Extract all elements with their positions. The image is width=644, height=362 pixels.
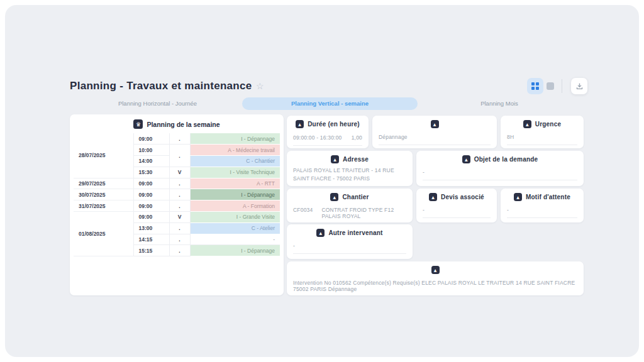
favorite-star-icon[interactable]: ☆ [256,81,264,91]
card-urgence: ▲ Urgence 8H [501,116,584,148]
urgence-field: 8H [507,134,577,145]
duree-value: 1,00 [352,134,362,141]
event-cell[interactable]: I - Dépannage [190,133,280,145]
event-cell[interactable]: A - RTT [190,178,280,189]
time-cell: 09:00 [133,200,169,212]
adresse-value: PALAIS ROYAL LE TRAITEUR - 14 RUE SAINT … [293,167,406,183]
duree-range: 09:00:00 - 16:30:00 [293,134,342,141]
marker-cell: . [169,189,190,200]
time-cell: 15:30 [133,167,169,178]
crown-icon: ♛ [133,119,143,129]
time-cell: 09:00 [133,212,169,223]
marker-cell: . [169,200,190,212]
compact-view-button[interactable] [547,82,554,90]
time-cell: 14:15 [133,234,169,245]
date-cell: 31/07/2025 [74,200,133,212]
autre-value: - [293,243,295,249]
date-cell: 29/07/2025 [74,178,133,189]
adresse-icon: ▲ [331,155,339,163]
time-cell: 09:00 [133,133,169,145]
devis-icon: ▲ [429,193,437,201]
autre-intervenant-icon: ▲ [316,229,325,237]
date-cell: 28/07/2025 [74,133,133,178]
devis-value: - [423,207,425,213]
event-cell[interactable]: I - Grande Visite [190,212,280,223]
objet-field: - [423,169,577,180]
marker-cell: V [169,167,190,178]
event-cell[interactable]: - [190,234,280,245]
download-icon [575,82,584,90]
grid-view-button[interactable] [527,78,543,94]
download-button[interactable] [571,78,587,94]
time-cell: 14:00 [133,156,169,167]
card-type: ▲ Dépannage [372,116,497,148]
tab-planning-vertical[interactable]: Planning Vertical - semaine [242,97,418,110]
tab-planning-mois[interactable]: Planning Mois [462,97,537,110]
card-urgence-title: Urgence [535,121,561,128]
chantier-code: CF0034 [293,207,313,219]
app-canvas: Planning - Travaux et maintenance ☆ Plan… [5,5,639,357]
motif-icon: ▲ [514,193,522,201]
card-devis-title: Devis associé [441,194,484,200]
time-cell: 09:00 [133,178,169,189]
type-field: Dépannage [379,134,491,145]
intervention-field: Intervention No 010562 Compétence(s) Req… [293,280,577,297]
event-cell[interactable]: I - Visite Technique [190,167,280,178]
time-cell: 10:00 [133,145,169,156]
marker-cell: . [169,222,190,234]
week-table-body: 28/07/202509:00.I - Dépannage10:00.A - M… [74,133,280,256]
tab-planning-horizontal[interactable]: Planning Horizontal - Journée [106,97,209,110]
week-panel-title: Planning de la semaine [147,121,219,128]
toolbar-divider [562,79,562,93]
card-duree-title: Durée (en heure) [308,121,360,128]
card-intervention: ▲ Intervention No 010562 Compétence(s) R… [287,261,584,295]
chantier-icon: ▲ [330,193,338,201]
event-cell[interactable]: C - Chantier [190,156,280,167]
autre-field: - [293,243,406,254]
card-motif: ▲ Motif d'attente - [501,189,584,222]
card-devis: ▲ Devis associé - [416,189,497,222]
card-autre-title: Autre intervenant [328,229,382,236]
event-cell[interactable]: I - Dépannage [190,245,280,256]
time-cell: 13:00 [133,222,169,234]
week-table: 28/07/202509:00.I - Dépannage10:00.A - M… [74,133,280,256]
card-autre-intervenant: ▲ Autre intervenant - [287,224,413,259]
intervention-icon: ▲ [431,266,440,274]
date-cell: 01/08/2025 [74,212,133,256]
objet-value: - [423,169,425,175]
duree-field: 09:00:00 - 16:30:00 1,00 [293,134,362,146]
marker-cell: . [169,178,190,189]
type-value: Dépannage [379,134,408,140]
card-motif-title: Motif d'attente [526,194,570,200]
motif-value: - [507,207,509,213]
marker-cell: . [169,245,190,256]
grid-icon [531,82,535,85]
week-panel-header: ♛ Planning de la semaine [70,119,284,129]
event-cell[interactable]: A - Formation [190,200,280,212]
event-cell[interactable]: A - Médecine travail [190,145,280,156]
card-chantier: ▲ Chantier CF0034 CONTRAT FROID TYPE F12… [287,189,413,222]
card-chantier-title: Chantier [342,194,369,200]
date-cell: 30/07/2025 [74,189,133,200]
chantier-field: CF0034 CONTRAT FROID TYPE F12 PALAIS ROY… [293,207,406,224]
time-cell: 09:00 [133,189,169,200]
marker-cell: V [169,212,190,223]
motif-field: - [507,207,577,218]
urgence-value: 8H [507,134,514,140]
intervention-value: Intervention No 010562 Compétence(s) Req… [293,280,577,292]
duration-icon: ▲ [296,120,304,128]
card-objet-title: Objet de la demande [474,156,538,163]
event-cell[interactable]: I - Dépannage [190,189,280,200]
objet-icon: ▲ [462,155,470,163]
marker-cell: . [169,145,190,167]
event-cell[interactable]: C - Atelier [190,222,280,234]
marker-cell: . [169,133,190,145]
devis-field: - [423,207,491,218]
chantier-value: CONTRAT FROID TYPE F12 PALAIS ROYAL [321,207,406,219]
urgence-icon: ▲ [523,120,531,128]
adresse-field: PALAIS ROYAL LE TRAITEUR - 14 RUE SAINT … [293,167,406,188]
card-objet: ▲ Objet de la demande - [416,151,584,186]
card-adresse: ▲ Adresse PALAIS ROYAL LE TRAITEUR - 14 … [287,151,413,186]
marker-cell: . [169,234,190,245]
week-panel: ♛ Planning de la semaine 28/07/202509:00… [70,114,284,295]
